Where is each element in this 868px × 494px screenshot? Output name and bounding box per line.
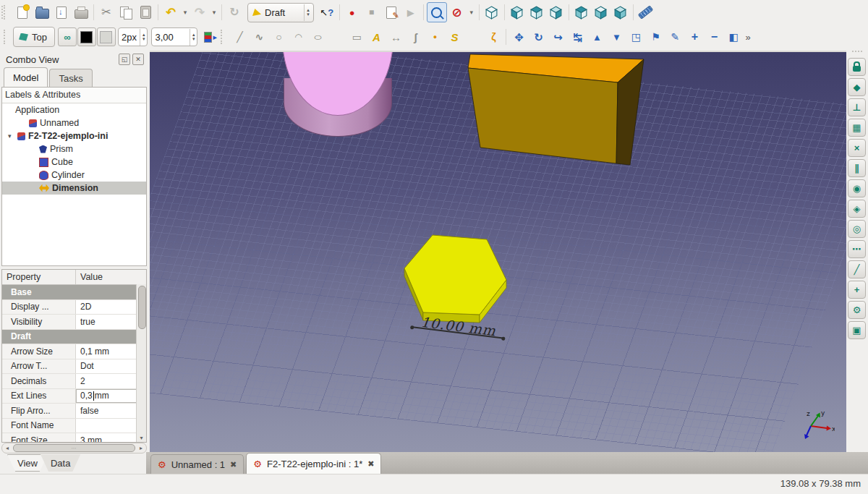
expander-icon[interactable]: ▾ (8, 132, 14, 140)
draft-circle-button[interactable]: ○ (269, 27, 288, 46)
face-color-button[interactable] (97, 27, 116, 46)
top-view-button[interactable] (527, 3, 546, 22)
toolbar-handle[interactable] (852, 51, 862, 55)
copy-button[interactable] (116, 3, 135, 22)
tree-item-unnamed[interactable]: Unnamed (2, 116, 146, 129)
draft-rectangle-button[interactable]: ▭ (347, 27, 366, 46)
draft-del-point-button[interactable]: − (705, 27, 723, 46)
3d-viewport[interactable]: 10.00 mm z y x (150, 51, 846, 453)
undo-button[interactable]: ↶ (161, 3, 180, 22)
snap-lock-button[interactable] (848, 58, 866, 76)
snap-parallel-button[interactable]: ∥ (848, 159, 866, 177)
draft-facebinder-button[interactable] (464, 27, 483, 46)
open-file-button[interactable] (33, 3, 51, 22)
property-horizontal-scrollbar[interactable]: ◂ ⋯ ▸ (1, 443, 147, 453)
prop-flip-arrows[interactable]: Flip Arro... false (2, 404, 146, 419)
macro-play-button[interactable]: ▶ (401, 3, 420, 22)
snap-intersection-button[interactable]: × (848, 139, 866, 157)
scroll-left-icon[interactable]: ◂ (2, 445, 12, 451)
snap-extension-button[interactable]: ⋯ (848, 240, 866, 258)
snap-special-button[interactable]: ⚙ (848, 301, 866, 319)
hexagon-prism-object[interactable] (404, 235, 506, 323)
line-width-spinbox[interactable]: 2px ▴▾ (118, 27, 148, 46)
working-plane-button[interactable]: Top (13, 27, 55, 47)
draft-edit-button[interactable]: ✎ (665, 27, 684, 46)
snap-endpoint-button[interactable]: ◉ (848, 179, 866, 197)
right-view-button[interactable] (547, 3, 566, 22)
prop-font-size[interactable]: Font Size 3 mm (2, 433, 146, 443)
draft-trimex-button[interactable]: ↹ (568, 27, 587, 46)
doc-tab-unnamed[interactable]: ⚙ Unnamed : 1 ✖ (150, 454, 244, 474)
snap-midpoint-button[interactable]: ◆ (848, 78, 866, 96)
toolbar-handle[interactable] (1, 6, 6, 19)
tab-tasks[interactable]: Tasks (49, 69, 92, 87)
draft-arc-button[interactable]: ◠ (289, 27, 307, 46)
print-button[interactable] (72, 3, 90, 22)
snap-center-button[interactable]: ◎ (848, 220, 866, 238)
bottom-view-button[interactable] (592, 3, 610, 22)
line-scale-spinbox[interactable]: 3,00 ▴▾ (151, 27, 197, 46)
scroll-down-icon[interactable]: ▾ (137, 435, 146, 441)
tab-data[interactable]: Data (41, 454, 80, 472)
left-view-button[interactable] (611, 3, 630, 22)
cube-object[interactable] (468, 54, 644, 165)
measure-distance-button[interactable] (637, 3, 655, 22)
save-file-button[interactable]: ↓ (52, 3, 71, 22)
prop-arrow-size[interactable]: Arrow Size 0,1 mm (2, 344, 146, 359)
prop-ext-lines[interactable]: Ext Lines 0,3mm (2, 389, 146, 404)
snap-perpendicular-button[interactable]: ⊥ (848, 98, 866, 116)
draft-scale-button[interactable]: ◳ (626, 27, 645, 46)
float-panel-icon[interactable]: ◱ (119, 54, 130, 65)
prop-font-name[interactable]: Font Name (2, 419, 146, 434)
tree-item-f2-t22-ejemplo-ini[interactable]: ▾ F2-T22-ejemplo-ini (2, 129, 146, 142)
tab-view[interactable]: View (7, 454, 48, 472)
tree-item-cylinder[interactable]: Cylinder (2, 169, 146, 182)
snap-grid-button[interactable]: ▦ (848, 119, 866, 137)
draft-point-button[interactable]: ● (425, 27, 444, 46)
scrollbar-thumb[interactable] (138, 286, 146, 329)
prop-display[interactable]: Display ... 2D (2, 300, 146, 315)
scrollbar-thumb[interactable]: ⋯ (13, 444, 135, 452)
toolbar-handle[interactable] (221, 30, 226, 44)
paste-button[interactable] (136, 3, 155, 22)
prop-decimals[interactable]: Decimals 2 (2, 374, 146, 389)
draft-upgrade-button[interactable]: ▲ (587, 27, 606, 46)
draft-shapestring-button[interactable]: S (445, 27, 464, 46)
redo-dropdown[interactable]: ▾ (210, 3, 218, 22)
macro-edit-button[interactable]: ✎ (382, 3, 401, 22)
combo-view-titlebar[interactable]: Combo View ◱ ✕ (1, 51, 147, 68)
workbench-spinner[interactable]: ▴▾ (304, 4, 312, 21)
toolbar-overflow-button[interactable]: » (745, 33, 750, 42)
snap-working-plane-button[interactable]: ▣ (848, 321, 866, 339)
prop-visibility[interactable]: Visibility true (2, 315, 146, 330)
tree-item-dimension[interactable]: Dimension (2, 182, 146, 195)
axonometric-view-button[interactable] (482, 3, 501, 22)
draft-polygon-button[interactable] (328, 27, 346, 46)
fit-all-button[interactable] (427, 2, 447, 22)
doc-tab-f2-t22-ejemplo-ini[interactable]: ⚙ F2-T22-ejemplo-ini : 1* ✖ (246, 453, 381, 474)
draw-style-button[interactable]: ⊘ (448, 3, 467, 22)
draft-line-button[interactable]: ╱ (230, 27, 249, 46)
undo-dropdown[interactable]: ▾ (181, 3, 190, 22)
draft-wire-button[interactable]: ∿ (250, 27, 268, 46)
prop-arrow-type[interactable]: Arrow T... Dot (2, 359, 146, 375)
close-panel-icon[interactable]: ✕ (132, 54, 144, 65)
redo-button[interactable]: ↷ (190, 3, 209, 22)
new-file-button[interactable] (13, 3, 32, 22)
close-tab-icon[interactable]: ✖ (230, 460, 237, 469)
refresh-button[interactable]: ↻ (225, 3, 244, 22)
snap-angle-button[interactable]: ◈ (848, 200, 866, 218)
draft-dimension-button[interactable]: ↔ (386, 27, 405, 46)
draft-ellipse-button[interactable]: ○ (308, 27, 327, 46)
construction-mode-button[interactable]: ∞ (58, 27, 77, 46)
cut-button[interactable]: ✂ (97, 3, 116, 22)
draft-to-sketch-button[interactable]: ◧ (724, 27, 743, 46)
rear-view-button[interactable] (572, 3, 591, 22)
draft-text-button[interactable]: A (367, 27, 386, 46)
tree-item-cube[interactable]: Cube (2, 156, 146, 169)
apply-style-button[interactable] (200, 27, 218, 46)
draft-move-button[interactable]: ✥ (509, 27, 528, 46)
draft-downgrade-button[interactable]: ▼ (607, 27, 626, 46)
scroll-right-icon[interactable]: ▸ (136, 445, 146, 451)
draw-style-dropdown[interactable]: ▾ (467, 3, 476, 22)
